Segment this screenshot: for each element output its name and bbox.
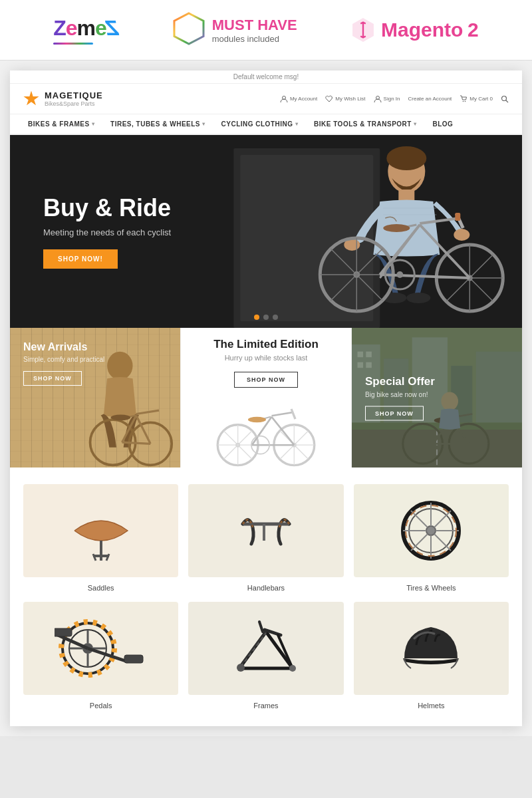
promo-btn-2[interactable]: SHOP NOW — [234, 372, 298, 388]
category-saddles[interactable]: Saddles — [23, 484, 178, 592]
svg-rect-125 — [124, 655, 143, 663]
must-have-text: MUST HAVE modules included — [212, 17, 297, 44]
svg-point-54 — [110, 415, 130, 421]
store-logo-text: MAGETIQUE Bikes&Spare Parts — [45, 90, 103, 107]
svg-line-133 — [259, 622, 263, 632]
nav-blog[interactable]: BLOG — [424, 114, 461, 134]
svg-line-71 — [271, 412, 293, 416]
promo-limited-edition-inner: The Limited Edition Hurry up while stock… — [190, 328, 342, 467]
cyclist-area — [225, 135, 522, 328]
pedals-image — [23, 602, 178, 695]
search-link[interactable] — [501, 95, 509, 103]
hero-content: Buy & Ride Meeting the needs of each cyc… — [43, 194, 171, 269]
tires-wheels-label: Tires & Wheels — [354, 584, 509, 592]
magento-icon — [350, 17, 376, 43]
store-wrapper: Default welcome msg! MAGETIQUE Bikes&Spa… — [0, 61, 532, 736]
magento-logo: Magento 2 — [350, 17, 479, 43]
handlebars-label: Handlebars — [188, 584, 343, 592]
nav-tires[interactable]: TIRES, TUBES & WHEELS ▾ — [102, 114, 213, 134]
svg-point-137 — [289, 665, 296, 672]
svg-point-3 — [463, 100, 464, 102]
svg-marker-0 — [174, 13, 203, 44]
tires-wheels-image — [354, 484, 509, 577]
magento-text: Magento 2 — [381, 19, 479, 41]
category-frames[interactable]: Frames — [188, 602, 343, 710]
promo-title-3: Special Offer — [365, 375, 509, 388]
helmets-image — [354, 602, 509, 695]
hero-subtitle: Meeting the needs of each cyclist — [43, 227, 171, 237]
svg-point-4 — [465, 100, 466, 102]
nav-clothing[interactable]: CYCLING CLOTHING ▾ — [213, 114, 307, 134]
svg-point-18 — [407, 293, 431, 303]
promo-new-arrivals: New Arrivals Simple, comfy and practical… — [10, 328, 180, 467]
slide-dot-3[interactable] — [273, 315, 278, 320]
hero-title: Buy & Ride — [43, 194, 171, 222]
nav-tools[interactable]: BIKE TOOLS & TRANSPORT ▾ — [306, 114, 424, 134]
category-section: Saddles — [10, 467, 522, 726]
hero-banner: Buy & Ride Meeting the needs of each cyc… — [10, 135, 522, 328]
promo-sub-1: Simple, comfy and practical — [23, 356, 104, 363]
store-nav-icons: My Account My Wish List Sign In Create a… — [280, 95, 509, 103]
hero-shop-now-button[interactable]: SHOP NOW! — [43, 249, 118, 269]
svg-point-11 — [387, 146, 427, 170]
svg-point-16 — [454, 229, 470, 241]
store-header: MAGETIQUE Bikes&Spare Parts My Account M… — [10, 84, 522, 114]
promo-sub-2: Hurry up while stocks last — [213, 354, 319, 362]
nav-bikes-frames[interactable]: BIKES & FRAMES ▾ — [20, 114, 102, 134]
hero-dots — [254, 315, 278, 320]
promo-title-2: The Limited Edition — [213, 338, 319, 351]
svg-line-114 — [411, 534, 428, 551]
category-helmets[interactable]: Helmets — [354, 602, 509, 710]
svg-point-41 — [397, 271, 404, 278]
limited-edition-bike — [200, 394, 332, 467]
saddles-label: Saddles — [23, 584, 178, 592]
svg-point-5 — [502, 96, 507, 100]
sign-in-link[interactable]: Sign In — [374, 95, 400, 103]
cart-link[interactable]: My Cart 0 — [460, 95, 493, 103]
store-topbar: Default welcome msg! — [10, 70, 522, 84]
svg-line-131 — [239, 632, 266, 667]
promo-new-arrivals-content: New Arrivals Simple, comfy and practical… — [10, 328, 118, 399]
helmets-label: Helmets — [354, 702, 509, 710]
promo-sub-3: Big bike sale now on! — [365, 391, 509, 398]
slide-dot-1[interactable] — [254, 315, 259, 320]
frames-image — [188, 602, 343, 695]
svg-point-106 — [426, 526, 436, 535]
my-account-link[interactable]: My Account — [280, 95, 317, 103]
svg-point-39 — [384, 224, 410, 232]
wishlist-link[interactable]: My Wish List — [325, 95, 365, 103]
store-inner: Default welcome msg! MAGETIQUE Bikes&Spa… — [10, 70, 522, 726]
category-tires-wheels[interactable]: Tires & Wheels — [354, 484, 509, 592]
store-nav: BIKES & FRAMES ▾ TIRES, TUBES & WHEELS ▾… — [10, 114, 522, 135]
store-logo-icon — [23, 91, 39, 107]
promo-btn-3[interactable]: SHOP NOW — [365, 406, 424, 421]
pedals-label: Pedals — [23, 702, 178, 710]
svg-point-74 — [248, 417, 266, 422]
promo-special-offer: Special Offer Big bike sale now on! SHOP… — [352, 328, 522, 467]
category-grid: Saddles — [23, 484, 509, 710]
handlebars-image — [188, 484, 343, 577]
svg-rect-37 — [456, 213, 461, 221]
promo-limited-edition: The Limited Edition Hurry up while stock… — [180, 328, 352, 467]
hexagon-icon — [172, 12, 205, 48]
svg-line-124 — [88, 648, 128, 662]
svg-line-112 — [434, 534, 451, 551]
frames-label: Frames — [188, 702, 343, 710]
category-pedals[interactable]: Pedals — [23, 602, 178, 710]
top-banner: ZemeZ MUST HAVE module — [0, 0, 532, 61]
svg-rect-127 — [55, 628, 72, 636]
promo-boxes: New Arrivals Simple, comfy and practical… — [10, 328, 522, 467]
promo-btn-1[interactable]: SHOP NOW — [23, 371, 82, 386]
category-handlebars[interactable]: Handlebars — [188, 484, 343, 592]
svg-line-50 — [122, 442, 151, 444]
store-logo: MAGETIQUE Bikes&Spare Parts — [23, 90, 103, 107]
promo-title-1: New Arrivals — [23, 341, 104, 353]
zemes-logo[interactable]: ZemeZ — [53, 16, 118, 45]
svg-line-6 — [506, 100, 509, 102]
create-account-link[interactable]: Create an Account — [408, 96, 452, 102]
slide-dot-2[interactable] — [263, 315, 269, 320]
saddles-image — [23, 484, 178, 577]
must-have-badge: MUST HAVE modules included — [172, 12, 297, 48]
promo-special-offer-content: Special Offer Big bike sale now on! SHOP… — [352, 365, 522, 431]
svg-line-113 — [434, 511, 451, 527]
